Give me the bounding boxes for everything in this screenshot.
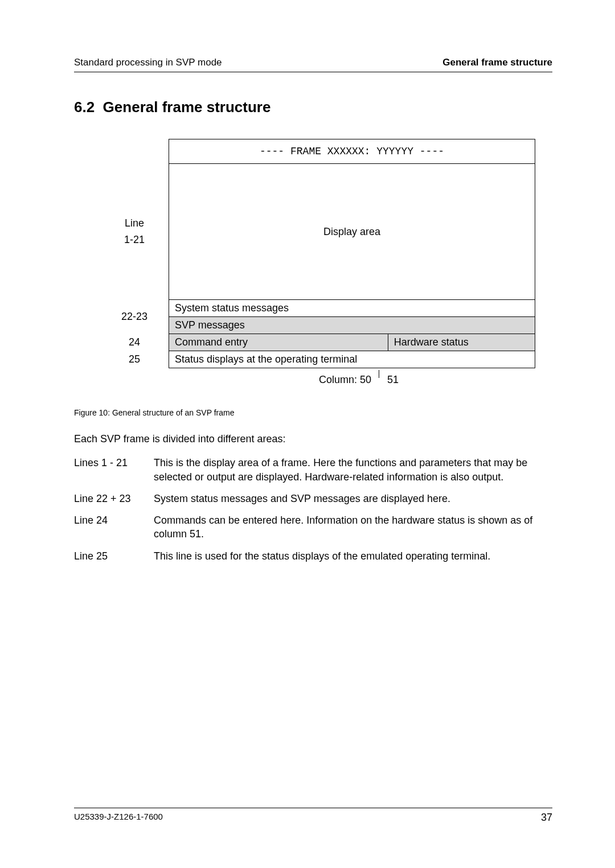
system-status-cell: System status messages	[169, 300, 535, 317]
command-entry-cell: Command entry	[169, 334, 388, 351]
intro-text: Each SVP frame is divided into different…	[74, 432, 552, 446]
section-number: 6.2	[74, 98, 95, 116]
list-item: Line 24 Commands can be entered here. In…	[74, 513, 552, 541]
section-title: General frame structure	[103, 98, 271, 116]
list-item: Lines 1 - 21 This is the display area of…	[74, 456, 552, 484]
def-desc: This is the display area of a frame. Her…	[154, 456, 552, 484]
line-1-21-label: Line 1-21	[102, 164, 169, 300]
row-24-label: 24	[102, 334, 169, 351]
def-term: Line 24	[74, 513, 154, 541]
doc-id: U25339-J-Z126-1-7600	[74, 812, 163, 824]
display-area: Display area	[169, 164, 535, 300]
section-heading: 6.2 General frame structure	[74, 98, 552, 116]
svp-messages-cell: SVP messages	[169, 317, 535, 334]
header-left: Standard processing in SVP mode	[74, 57, 222, 68]
hardware-status-cell: Hardware status	[388, 334, 535, 351]
frame-title-bar: ---- FRAME XXXXXX: YYYYYY ----	[169, 139, 535, 164]
header-right: General frame structure	[442, 57, 552, 68]
status-displays-cell: Status displays at the operating termina…	[169, 351, 535, 368]
row-25-label: 25	[102, 351, 169, 368]
list-item: Line 25 This line is used for the status…	[74, 549, 552, 563]
list-item: Line 22 + 23 System status messages and …	[74, 492, 552, 505]
column-marker: Column: 50 51	[102, 374, 535, 392]
row-22-23-label: 22-23	[102, 300, 169, 334]
page-header: Standard processing in SVP mode General …	[74, 57, 552, 72]
line-word: Line	[108, 217, 161, 229]
page-number: 37	[541, 812, 552, 824]
definition-list: Lines 1 - 21 This is the display area of…	[74, 456, 552, 563]
line-range: 1-21	[108, 234, 161, 246]
column-51-label: 51	[387, 374, 399, 386]
def-term: Lines 1 - 21	[74, 456, 154, 484]
column-tick-icon	[379, 370, 379, 378]
frame-structure-diagram: ---- FRAME XXXXXX: YYYYYY ---- Line 1-21…	[102, 139, 535, 392]
def-term: Line 25	[74, 549, 154, 563]
def-desc: System status messages and SVP messages …	[154, 492, 552, 505]
def-desc: This line is used for the status display…	[154, 549, 552, 563]
figure-caption: Figure 10: General structure of an SVP f…	[74, 408, 552, 417]
def-term: Line 22 + 23	[74, 492, 154, 505]
def-desc: Commands can be entered here. Informatio…	[154, 513, 552, 541]
column-50-label: Column: 50	[319, 374, 371, 386]
page-footer: U25339-J-Z126-1-7600 37	[74, 808, 552, 824]
